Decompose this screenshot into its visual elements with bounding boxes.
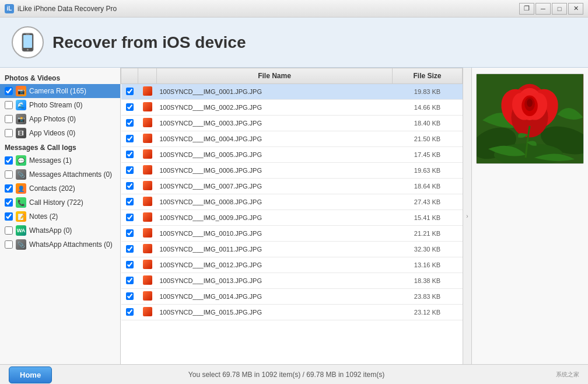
file-table-wrapper[interactable]: File Name File Size 100SYNCD___IMG_0001.… [121, 68, 463, 364]
table-row[interactable]: 100SYNCD___IMG_0011.JPG.JPG 32.30 KB [121, 242, 463, 257]
sidebar-item-messages[interactable]: 💬 Messages (1) [0, 153, 120, 167]
row-checkbox[interactable] [126, 261, 134, 268]
sidebar-item-call-history[interactable]: 📞 Call History (722) [0, 196, 120, 210]
row-checkbox-cell[interactable] [121, 226, 138, 242]
row-checkbox[interactable] [126, 277, 134, 284]
home-button[interactable]: Home [9, 366, 52, 383]
table-row[interactable]: 100SYNCD___IMG_0001.JPG.JPG 19.83 KB [121, 84, 463, 100]
table-row[interactable]: 100SYNCD___IMG_0005.JPG.JPG 17.45 KB [121, 147, 463, 163]
close-button[interactable]: ✕ [568, 3, 583, 15]
row-checkbox[interactable] [126, 214, 134, 221]
table-row[interactable]: 100SYNCD___IMG_0010.JPG.JPG 21.21 KB [121, 226, 463, 242]
row-filesize: 23.83 KB [393, 289, 463, 305]
sidebar-item-whatsapp-attachments[interactable]: 📎 WhatsApp Attachments (0) [0, 238, 120, 252]
row-checkbox-cell[interactable] [121, 257, 138, 273]
row-checkbox-cell[interactable] [121, 210, 138, 226]
row-checkbox-cell[interactable] [121, 147, 138, 163]
checkbox-contacts[interactable] [5, 184, 13, 193]
row-checkbox-cell[interactable] [121, 116, 138, 131]
table-row[interactable]: 100SYNCD___IMG_0006.JPG.JPG 19.63 KB [121, 163, 463, 179]
row-file-icon-cell [138, 194, 157, 210]
row-file-icon [143, 86, 152, 96]
row-checkbox-cell[interactable] [121, 242, 138, 257]
scroll-indicator[interactable]: › [463, 68, 471, 364]
row-checkbox-cell[interactable] [121, 194, 138, 210]
row-filesize: 23.12 KB [393, 305, 463, 320]
maximize-button[interactable]: □ [552, 3, 567, 15]
table-row[interactable]: 100SYNCD___IMG_0003.JPG.JPG 18.40 KB [121, 116, 463, 131]
row-filesize: 17.45 KB [393, 147, 463, 163]
table-row[interactable]: 100SYNCD___IMG_0014.JPG.JPG 23.83 KB [121, 289, 463, 305]
section-title-photos: Photos & Videos [0, 71, 120, 84]
row-filesize: 14.66 KB [393, 100, 463, 116]
table-row[interactable]: 100SYNCD___IMG_0007.JPG.JPG 18.64 KB [121, 179, 463, 194]
checkbox-notes[interactable] [5, 212, 13, 221]
checkbox-messages-attach[interactable] [5, 170, 13, 179]
sidebar-item-notes[interactable]: 📝 Notes (2) [0, 210, 120, 224]
main-content: File Name File Size 100SYNCD___IMG_0001.… [121, 68, 588, 364]
table-row[interactable]: 100SYNCD___IMG_0008.JPG.JPG 27.43 KB [121, 194, 463, 210]
row-checkbox-cell[interactable] [121, 131, 138, 147]
row-file-icon-cell [138, 147, 157, 163]
checkbox-app-videos[interactable] [5, 129, 13, 137]
row-checkbox-cell[interactable] [121, 179, 138, 194]
sidebar-item-contacts[interactable]: 👤 Contacts (202) [0, 181, 120, 196]
row-checkbox[interactable] [126, 88, 134, 95]
checkbox-whatsapp-attach[interactable] [5, 240, 13, 249]
row-file-icon [143, 134, 152, 143]
main-layout: Photos & Videos 📷 Camera Roll (165) 🌊 Ph… [0, 68, 588, 364]
checkbox-camera-roll[interactable] [5, 87, 13, 95]
row-checkbox-cell[interactable] [121, 84, 138, 100]
table-row[interactable]: 100SYNCD___IMG_0002.JPG.JPG 14.66 KB [121, 100, 463, 116]
sidebar-item-messages-attachments[interactable]: 📎 Messages Attachments (0) [0, 167, 120, 181]
row-filesize: 19.63 KB [393, 163, 463, 179]
row-checkbox-cell[interactable] [121, 100, 138, 116]
sidebar-item-whatsapp[interactable]: WA WhatsApp (0) [0, 224, 120, 238]
row-file-icon-cell [138, 116, 157, 131]
row-file-icon [143, 149, 152, 159]
checkbox-whatsapp[interactable] [5, 226, 13, 235]
notes-icon: 📝 [16, 211, 26, 222]
status-text: You select 69.78 MB in 1092 item(s) / 69… [52, 371, 521, 379]
row-checkbox[interactable] [126, 103, 134, 111]
table-row[interactable]: 100SYNCD___IMG_0009.JPG.JPG 15.41 KB [121, 210, 463, 226]
table-row[interactable]: 100SYNCD___IMG_0004.JPG.JPG 21.50 KB [121, 131, 463, 147]
col-icon [138, 68, 157, 84]
restore-button[interactable]: ─ [536, 3, 551, 15]
row-file-icon-cell [138, 131, 157, 147]
row-file-icon-cell [138, 289, 157, 305]
row-filename: 100SYNCD___IMG_0002.JPG.JPG [157, 100, 393, 116]
row-checkbox-cell[interactable] [121, 273, 138, 289]
row-checkbox[interactable] [126, 166, 134, 174]
row-checkbox[interactable] [126, 135, 134, 142]
table-row[interactable]: 100SYNCD___IMG_0013.JPG.JPG 18.38 KB [121, 273, 463, 289]
sidebar-item-app-videos[interactable]: 🎞 App Videos (0) [0, 126, 120, 140]
row-checkbox[interactable] [126, 292, 134, 300]
row-checkbox[interactable] [126, 119, 134, 127]
whatsapp-label: WhatsApp (0) [29, 226, 72, 235]
row-file-icon [143, 260, 152, 269]
row-checkbox[interactable] [126, 245, 134, 253]
sidebar-item-camera-roll[interactable]: 📷 Camera Roll (165) [0, 84, 120, 98]
checkbox-app-photos[interactable] [5, 115, 13, 123]
row-checkbox-cell[interactable] [121, 289, 138, 305]
row-checkbox[interactable] [126, 198, 134, 205]
row-filesize: 13.16 KB [393, 257, 463, 273]
row-checkbox[interactable] [126, 151, 134, 158]
row-checkbox[interactable] [126, 229, 134, 237]
sidebar-item-photo-stream[interactable]: 🌊 Photo Stream (0) [0, 98, 120, 112]
call-history-label: Call History (722) [29, 198, 83, 207]
table-row[interactable]: 100SYNCD___IMG_0015.JPG.JPG 23.12 KB [121, 305, 463, 320]
minimize-button[interactable]: ❐ [519, 3, 534, 15]
sidebar-item-app-photos[interactable]: 📸 App Photos (0) [0, 112, 120, 126]
row-checkbox-cell[interactable] [121, 305, 138, 320]
row-checkbox[interactable] [126, 308, 134, 316]
checkbox-call-history[interactable] [5, 198, 13, 207]
row-checkbox[interactable] [126, 182, 134, 190]
camera-roll-icon: 📷 [16, 86, 26, 96]
checkbox-photo-stream[interactable] [5, 101, 13, 109]
table-row[interactable]: 100SYNCD___IMG_0012.JPG.JPG 13.16 KB [121, 257, 463, 273]
checkbox-messages[interactable] [5, 156, 13, 165]
row-checkbox-cell[interactable] [121, 163, 138, 179]
row-filename: 100SYNCD___IMG_0014.JPG.JPG [157, 289, 393, 305]
